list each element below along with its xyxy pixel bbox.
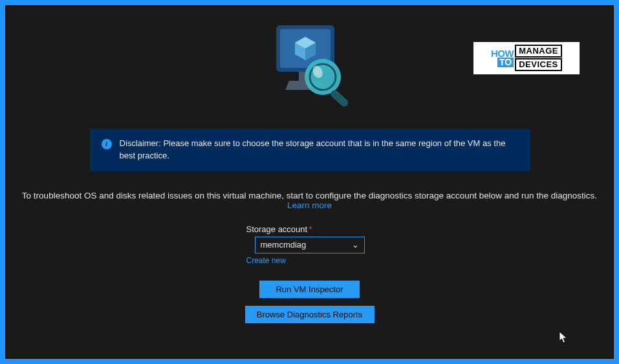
- mouse-cursor-icon: [559, 331, 568, 344]
- dropdown-value: memcmdiag: [261, 240, 307, 250]
- page-container: i Disclaimer: Please make sure to choose…: [5, 5, 614, 359]
- svg-rect-9: [329, 89, 349, 108]
- learn-more-link[interactable]: Learn more: [287, 200, 332, 210]
- info-icon: i: [102, 139, 112, 149]
- disclaimer-banner: i Disclaimer: Please make sure to choose…: [90, 129, 530, 171]
- form-section: Storage account* memcmdiag ⌄ Create new …: [245, 224, 375, 331]
- run-vm-inspector-button[interactable]: Run VM Inspector: [259, 281, 360, 298]
- create-new-link[interactable]: Create new: [246, 256, 286, 265]
- required-indicator: *: [309, 224, 312, 234]
- watermark-logo: HOW TO MANAGE DEVICES: [473, 42, 580, 74]
- vm-inspector-hero-icon: [258, 19, 362, 119]
- storage-account-label: Storage account*: [246, 224, 312, 234]
- disclaimer-text: Disclaimer: Please make sure to choose t…: [120, 138, 518, 162]
- description-text: To troubleshoot OS and disks related iss…: [6, 191, 613, 210]
- chevron-down-icon: ⌄: [352, 240, 359, 250]
- browse-diagnostics-button[interactable]: Browse Diagnostics Reports: [245, 306, 375, 323]
- storage-account-dropdown[interactable]: memcmdiag ⌄: [255, 237, 365, 253]
